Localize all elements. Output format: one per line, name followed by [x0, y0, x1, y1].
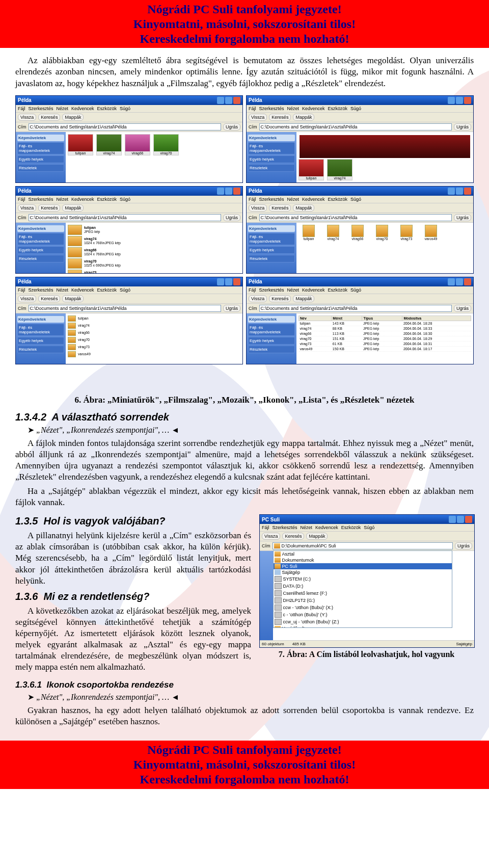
status-size: 485 KB: [292, 642, 306, 646]
screenshot-list: Példa FájlSzerkesztésNézetKedvencekEszkö…: [15, 277, 243, 364]
p-1342-1: A fájlok minden fontos tulajdonsága szer…: [15, 438, 474, 483]
figure-6-caption: 6. Ábra: „Miniatűrök", „Filmszalag", „Mo…: [15, 395, 474, 405]
heading-1342: 1.3.4.2 A választható sorrendek: [15, 411, 474, 423]
max-icon: [457, 516, 464, 523]
min-icon: [448, 278, 455, 285]
close-icon: [465, 516, 472, 523]
address-dropdown-item[interactable]: Asztal: [274, 551, 452, 557]
address-dropdown-item[interactable]: Sajátgép: [274, 569, 452, 575]
p-1342-2: Ha a „Sajátgép" ablakban végezzük el min…: [15, 486, 474, 508]
address-dropdown-item[interactable]: ccw - 'otthon (Bubu)' (X:): [274, 604, 452, 611]
address-dropdown-item[interactable]: SYSTEM (C:): [274, 575, 452, 583]
close-icon: [464, 188, 471, 195]
footer-line-2: Kinyomtatni, másolni, sokszorosítani til…: [0, 757, 489, 772]
screenshot-thumbnails: Példa FájlSzerkesztésNézetKedvencekEszkö…: [15, 95, 243, 183]
intro-paragraph: Az alábbiakban egy-egy szemléltető ábra …: [15, 55, 474, 89]
max-icon: [456, 278, 463, 285]
banner-line-2: Kinyomtatni, másolni, sokszorosítani til…: [0, 17, 489, 32]
heading-1361: 1.3.6.1 Ikonok csoportokba rendezése: [15, 680, 474, 690]
min-icon: [449, 516, 456, 523]
screenshot-filmstrip: Példa FájlSzerkesztésNézetKedvencekEszkö…: [246, 95, 474, 183]
min-icon: [217, 97, 224, 104]
figure-6-screenshots: Példa FájlSzerkesztésNézetKedvencekEszkö…: [15, 95, 474, 364]
close-icon: [233, 188, 240, 195]
screenshot-icons: Példa FájlSzerkesztésNézetKedvencekEszkö…: [246, 186, 474, 274]
max-icon: [225, 97, 232, 104]
min-icon: [217, 188, 224, 195]
address-dropdown-item[interactable]: Cserélhető lemez (F:): [274, 590, 452, 597]
address-dropdown-item[interactable]: PC Suli: [274, 563, 452, 569]
address-dropdown-item[interactable]: Vezérlőpult: [274, 625, 452, 628]
p-136-1: A következőkben azokat az eljárásokat be…: [15, 606, 251, 673]
address-dropdown-item[interactable]: Dokumentumok: [274, 557, 452, 563]
screenshot-details: Példa FájlSzerkesztésNézetKedvencekEszkö…: [246, 277, 474, 364]
min-icon: [448, 97, 455, 104]
close-icon: [464, 97, 471, 104]
banner-line-1: Nógrádi PC Suli tanfolyami jegyzete!: [0, 2, 489, 17]
status-objects: 60 objektum: [262, 642, 284, 646]
close-icon: [233, 97, 240, 104]
footer-line-3: Kereskedelmi forgalomba nem hozható!: [0, 772, 489, 787]
heading-136: 1.3.6 Mi ez a rendetlenség?: [15, 591, 251, 602]
min-icon: [217, 278, 224, 285]
heading-135: 1.3.5 Hol is vagyok valójában?: [15, 515, 251, 527]
close-icon: [233, 278, 240, 285]
figure-7-screenshot: PC Suli FájlSzerkesztésNézetKedvencekEsz…: [259, 514, 475, 648]
footer-line-1: Nógrádi PC Suli tanfolyami jegyzete!: [0, 743, 489, 757]
max-icon: [456, 97, 463, 104]
menu-path-1342: „Nézet", „Ikonrendezés szempontjai", …: [28, 425, 474, 435]
status-location: Sajátgép: [456, 642, 472, 646]
header-banner: Nógrádi PC Suli tanfolyami jegyzete! Kin…: [0, 0, 489, 48]
address-dropdown[interactable]: D:\Dokumentumok\PC Suli AsztalDokumentum…: [273, 542, 453, 549]
footer-banner: Nógrádi PC Suli tanfolyami jegyzete! Kin…: [0, 741, 489, 788]
max-icon: [456, 188, 463, 195]
address-dropdown-item[interactable]: ccw_uj - 'otthon (Bubu)' (Z:): [274, 618, 452, 625]
figure-7-caption: 7. Ábra: A Cím listából leolvashatjuk, h…: [259, 650, 474, 659]
max-icon: [225, 278, 232, 285]
max-icon: [225, 188, 232, 195]
address-dropdown-item[interactable]: DH2LP1T2 (G:): [274, 597, 452, 604]
p-135-1: A pillanatnyi helyünk kijelzésre kerül a…: [15, 530, 251, 586]
min-icon: [448, 188, 455, 195]
p-1361-1: Gyakran hasznos, ha egy adott helyen tal…: [15, 705, 474, 727]
menu-path-1361: „Nézet", „Ikonrendezés szempontjai", …: [28, 692, 474, 702]
close-icon: [464, 278, 471, 285]
banner-line-3: Kereskedelmi forgalomba nem hozható!: [0, 32, 489, 46]
address-dropdown-item[interactable]: DATA (D:): [274, 583, 452, 590]
address-dropdown-item[interactable]: c - 'otthon (Bubu)' (Y:): [274, 611, 452, 618]
screenshot-tiles: Példa FájlSzerkesztésNézetKedvencekEszkö…: [15, 186, 243, 274]
